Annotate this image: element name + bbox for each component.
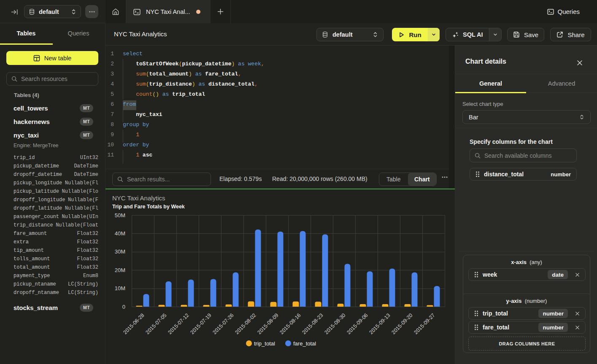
svg-text:2015-08-02: 2015-08-02: [234, 312, 257, 335]
svg-text:50M: 50M: [115, 212, 125, 218]
svg-text:2015-09-13: 2015-09-13: [368, 312, 392, 335]
svg-text:2015-08-16: 2015-08-16: [279, 312, 302, 335]
svg-text:2015-07-26: 2015-07-26: [212, 312, 235, 335]
svg-text:2015-08-23: 2015-08-23: [301, 312, 324, 335]
svg-text:fare_total: fare_total: [293, 340, 316, 347]
svg-text:2015-07-12: 2015-07-12: [167, 312, 190, 335]
svg-text:40M: 40M: [115, 230, 125, 237]
svg-text:2015-08-09: 2015-08-09: [257, 312, 280, 335]
svg-text:2015-09-27: 2015-09-27: [413, 312, 436, 335]
svg-text:2015-07-19: 2015-07-19: [189, 312, 213, 335]
svg-text:20M: 20M: [115, 267, 125, 273]
svg-text:10M: 10M: [115, 285, 125, 291]
svg-text:30M: 30M: [115, 248, 125, 255]
svg-text:trip_total: trip_total: [254, 340, 275, 347]
svg-text:2015-07-05: 2015-07-05: [145, 312, 168, 335]
svg-text:2015-09-20: 2015-09-20: [391, 312, 414, 335]
svg-text:2015-09-06: 2015-09-06: [346, 312, 369, 335]
svg-text:2015-06-28: 2015-06-28: [122, 312, 146, 335]
svg-text:2015-08-30: 2015-08-30: [324, 312, 347, 335]
svg-text:0: 0: [122, 304, 125, 310]
